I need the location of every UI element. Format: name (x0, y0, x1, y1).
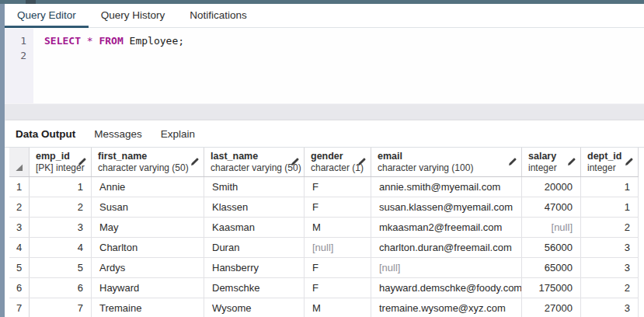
edit-column-icon[interactable] (357, 157, 367, 166)
cell-gender[interactable]: F (305, 258, 371, 277)
cell-dept_id[interactable]: 1 (581, 197, 639, 217)
cell-first_name[interactable]: Tremaine (92, 298, 204, 317)
cell-emp_id[interactable]: 1 (30, 177, 92, 197)
cell-emp_id[interactable]: 4 (30, 238, 92, 257)
table-row: 77TremaineWysomeMtremaine.wysome@xyz.com… (9, 298, 639, 317)
column-header-dept_id[interactable]: dept_idinteger (581, 148, 639, 176)
sql-token (81, 35, 87, 47)
cell-last_name[interactable]: Smith (204, 177, 305, 197)
cell-salary[interactable]: 175000 (522, 278, 581, 298)
row-number[interactable]: 5 (9, 258, 30, 277)
cell-first_name[interactable]: May (92, 218, 204, 237)
cell-dept_id[interactable]: 2 (581, 218, 639, 237)
cell-salary[interactable]: 47000 (522, 197, 581, 217)
column-header-gender[interactable]: gendercharacter (1) (305, 148, 371, 176)
edit-column-icon[interactable] (78, 157, 87, 166)
cell-email[interactable]: hayward.demschke@foody.com (371, 278, 522, 298)
cell-first_name[interactable]: Charlton (92, 238, 204, 257)
line-number-gutter: 1 2 (5, 29, 33, 103)
cell-gender[interactable]: M (305, 298, 371, 317)
row-number[interactable]: 2 (9, 197, 30, 217)
column-header-salary[interactable]: salaryinteger (522, 148, 581, 176)
row-number[interactable]: 3 (9, 218, 30, 237)
cell-emp_id[interactable]: 3 (30, 218, 92, 237)
cell-emp_id[interactable]: 6 (30, 278, 92, 298)
output-tab-bar: Data Output Messages Explain (5, 120, 644, 148)
cell-last_name[interactable]: Hansberry (204, 258, 305, 277)
cell-salary[interactable]: 27000 (522, 298, 581, 317)
sql-editor[interactable]: 1 2 SELECT * FROM Employee; (5, 29, 644, 103)
column-name: email (378, 151, 515, 162)
cell-email[interactable]: [null] (371, 258, 522, 277)
tab-notifications[interactable]: Notifications (177, 4, 259, 27)
column-type: character (1) (311, 162, 364, 173)
cell-gender[interactable]: F (305, 278, 371, 298)
tab-query-editor[interactable]: Query Editor (5, 4, 89, 27)
row-number[interactable]: 1 (9, 177, 30, 197)
cell-salary[interactable]: 65000 (522, 258, 581, 277)
tab-explain[interactable]: Explain (151, 128, 204, 140)
cell-dept_id[interactable]: 2 (581, 278, 639, 298)
table-row: 55ArdysHansberryF[null]650003 (9, 258, 639, 278)
results-grid: emp_id[PK] integerfirst_namecharacter va… (9, 148, 639, 317)
table-row: 33MayKaasmanMmkaasman2@freemail.com[null… (9, 218, 639, 238)
cell-last_name[interactable]: Demschke (204, 278, 305, 298)
cell-emp_id[interactable]: 5 (30, 258, 92, 277)
cell-last_name[interactable]: Wysome (204, 298, 305, 317)
cell-first_name[interactable]: Annie (92, 177, 204, 197)
line-number: 1 (5, 33, 26, 48)
cell-emp_id[interactable]: 2 (30, 197, 92, 217)
edit-column-icon[interactable] (567, 157, 576, 166)
row-number[interactable]: 7 (9, 298, 30, 317)
cell-salary[interactable]: [null] (522, 218, 581, 237)
cell-email[interactable]: charlton.duran@freemail.com (371, 238, 522, 257)
editor-tab-bar: Query Editor Query History Notifications (5, 4, 644, 28)
edit-column-icon[interactable] (190, 157, 200, 166)
row-number[interactable]: 6 (9, 278, 30, 298)
tab-messages[interactable]: Messages (85, 128, 151, 140)
row-number[interactable]: 4 (9, 238, 30, 257)
table-row: 66HaywardDemschkeFhayward.demschke@foody… (9, 278, 639, 298)
sql-token (124, 35, 130, 47)
tab-query-history[interactable]: Query History (89, 4, 178, 27)
sql-token: FROM (99, 35, 123, 47)
cell-emp_id[interactable]: 7 (30, 298, 92, 317)
cell-last_name[interactable]: Duran (204, 238, 305, 257)
column-header-email[interactable]: emailcharacter varying (100) (371, 148, 522, 176)
column-name: first_name (98, 151, 197, 162)
cell-email[interactable]: mkaasman2@freemail.com (371, 218, 522, 237)
edit-column-icon[interactable] (625, 157, 634, 166)
grid-body: 11AnnieSmithFannie.smith@myemail.com2000… (9, 177, 639, 317)
edit-column-icon[interactable] (291, 157, 300, 166)
cell-salary[interactable]: 56000 (522, 238, 581, 257)
column-header-first_name[interactable]: first_namecharacter varying (50) (92, 148, 204, 176)
select-all-cell[interactable] (9, 148, 30, 176)
cell-dept_id[interactable]: 3 (581, 258, 639, 277)
cell-email[interactable]: tremaine.wysome@xyz.com (371, 298, 522, 317)
horizontal-splitter[interactable] (5, 103, 644, 120)
sql-code-area[interactable]: SELECT * FROM Employee; (33, 29, 184, 103)
table-row: 44CharltonDuran[null]charlton.duran@free… (9, 238, 639, 258)
cell-first_name[interactable]: Hayward (92, 278, 204, 298)
cell-dept_id[interactable]: 1 (581, 177, 639, 197)
cell-email[interactable]: susan.klassen@myemail.com (371, 197, 522, 217)
cell-first_name[interactable]: Ardys (92, 258, 204, 277)
sql-token: Employee; (130, 35, 184, 47)
select-all-icon (15, 163, 23, 172)
cell-dept_id[interactable]: 3 (581, 238, 639, 257)
cell-gender[interactable]: [null] (305, 238, 371, 257)
cell-last_name[interactable]: Kaasman (204, 218, 305, 237)
cell-first_name[interactable]: Susan (92, 197, 204, 217)
table-row: 22SusanKlassenFsusan.klassen@myemail.com… (9, 197, 639, 218)
cell-gender[interactable]: F (305, 197, 371, 217)
column-header-last_name[interactable]: last_namecharacter varying (50) (204, 148, 305, 176)
cell-last_name[interactable]: Klassen (204, 197, 305, 217)
tab-data-output[interactable]: Data Output (6, 128, 85, 140)
edit-column-icon[interactable] (508, 157, 517, 166)
cell-gender[interactable]: M (305, 218, 371, 237)
cell-dept_id[interactable]: 3 (581, 298, 639, 317)
cell-salary[interactable]: 20000 (522, 177, 581, 197)
column-header-emp_id[interactable]: emp_id[PK] integer (30, 148, 92, 176)
cell-gender[interactable]: F (305, 177, 371, 197)
cell-email[interactable]: annie.smith@myemail.com (371, 177, 522, 197)
